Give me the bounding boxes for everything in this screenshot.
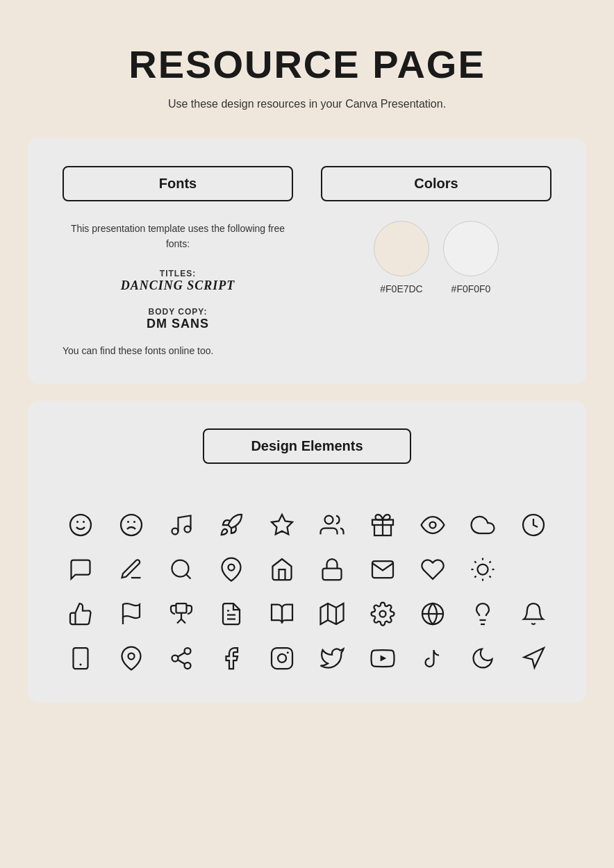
trophy-icon <box>165 597 198 631</box>
title-font-label: TITLES: <box>63 269 293 278</box>
svg-point-0 <box>70 515 91 535</box>
lock-icon <box>315 553 349 586</box>
icons-row-4 <box>56 642 558 675</box>
svg-point-14 <box>172 560 188 576</box>
location-pin-icon <box>115 642 148 675</box>
svg-line-21 <box>475 561 476 562</box>
globe-icon <box>416 597 449 631</box>
svg-marker-32 <box>321 603 344 624</box>
chat-bubble-icon <box>64 553 97 586</box>
svg-point-35 <box>379 610 385 617</box>
share-icon <box>165 642 198 675</box>
pencil-icon <box>115 553 148 586</box>
color-label-2: #F0F0F0 <box>451 283 491 294</box>
page-title: RESOURCE PAGE <box>128 42 485 87</box>
svg-point-12 <box>429 521 435 528</box>
smiley-icon <box>64 508 97 542</box>
home-icon <box>265 553 299 586</box>
svg-point-43 <box>184 648 190 654</box>
body-font-label: BODY COPY: <box>63 307 293 317</box>
color-label-1: #F0E7DC <box>380 283 422 294</box>
svg-point-7 <box>184 526 190 532</box>
design-elements-title: Design Elements <box>203 428 411 464</box>
bell-icon <box>517 597 550 631</box>
color-circle-1 <box>374 221 429 276</box>
cloud-icon <box>466 508 499 542</box>
svg-line-46 <box>178 660 185 664</box>
megaphone-icon <box>517 642 550 675</box>
eye-icon <box>416 508 449 542</box>
fonts-colors-card: Fonts This presentation template uses th… <box>28 138 586 384</box>
phone-icon <box>64 642 97 675</box>
svg-point-42 <box>128 653 134 659</box>
fonts-header: Fonts <box>63 166 293 201</box>
title-font-item: TITLES: DANCING SCRIPT <box>63 269 293 293</box>
icons-grid <box>56 508 558 675</box>
svg-marker-8 <box>272 515 292 535</box>
fonts-section: Fonts This presentation template uses th… <box>63 166 293 356</box>
icons-row-3 <box>56 597 558 631</box>
svg-line-15 <box>186 574 191 579</box>
person-icon <box>315 508 349 542</box>
youtube-icon <box>366 642 399 675</box>
svg-point-9 <box>325 515 333 524</box>
pin-icon <box>215 553 248 586</box>
instagram-icon <box>265 642 299 675</box>
color-swatch-2: #F0F0F0 <box>443 221 499 294</box>
facebook-icon <box>215 642 248 675</box>
colors-header: Colors <box>321 166 551 201</box>
tiktok-icon <box>416 642 449 675</box>
document-icon <box>215 597 248 631</box>
colors-section: Colors #F0E7DC #F0F0F0 <box>321 166 551 294</box>
color-circle-2 <box>443 221 499 276</box>
svg-line-47 <box>178 653 185 657</box>
svg-point-6 <box>172 528 178 534</box>
design-elements-header: Design Elements <box>56 428 558 483</box>
map-icon <box>315 597 349 631</box>
twitter-icon <box>315 642 349 675</box>
music-note-icon <box>165 508 198 542</box>
icons-row-1 <box>56 508 558 542</box>
rocket-icon <box>215 508 248 542</box>
color-swatches: #F0E7DC #F0F0F0 <box>321 221 551 294</box>
svg-rect-17 <box>323 568 342 580</box>
icons-row-2 <box>56 553 558 586</box>
fonts-footer: You can find these fonts online too. <box>63 345 293 356</box>
svg-point-18 <box>478 564 488 574</box>
page-subtitle: Use these design resources in your Canva… <box>168 98 446 110</box>
thumbs-up-icon <box>64 597 97 631</box>
svg-point-3 <box>121 515 142 535</box>
svg-point-44 <box>172 655 178 661</box>
svg-line-22 <box>490 576 491 577</box>
body-font-name: DM SANS <box>63 317 293 331</box>
gift-icon <box>366 508 399 542</box>
svg-point-45 <box>184 662 190 669</box>
sun-icon <box>466 553 499 586</box>
svg-line-26 <box>490 561 491 562</box>
svg-line-25 <box>475 576 476 577</box>
fonts-description: This presentation template uses the foll… <box>63 221 293 252</box>
book-icon <box>265 597 299 631</box>
clock-icon <box>517 508 550 542</box>
moon-icon <box>466 642 499 675</box>
sad-face-icon <box>115 508 148 542</box>
star-icon <box>265 508 299 542</box>
title-font-name: DANCING SCRIPT <box>63 278 293 293</box>
color-swatch-1: #F0E7DC <box>374 221 429 294</box>
svg-rect-29 <box>176 603 186 613</box>
heart-icon <box>416 553 449 586</box>
body-font-item: BODY COPY: DM SANS <box>63 307 293 331</box>
magnifier-icon <box>165 553 198 586</box>
envelope-icon <box>366 553 399 586</box>
svg-rect-48 <box>272 648 292 669</box>
flag-icon <box>115 597 148 631</box>
lightbulb-icon <box>466 597 499 631</box>
gear-icon <box>366 597 399 631</box>
svg-point-16 <box>229 564 235 570</box>
design-elements-card: Design Elements <box>28 401 586 703</box>
svg-marker-50 <box>380 655 386 661</box>
